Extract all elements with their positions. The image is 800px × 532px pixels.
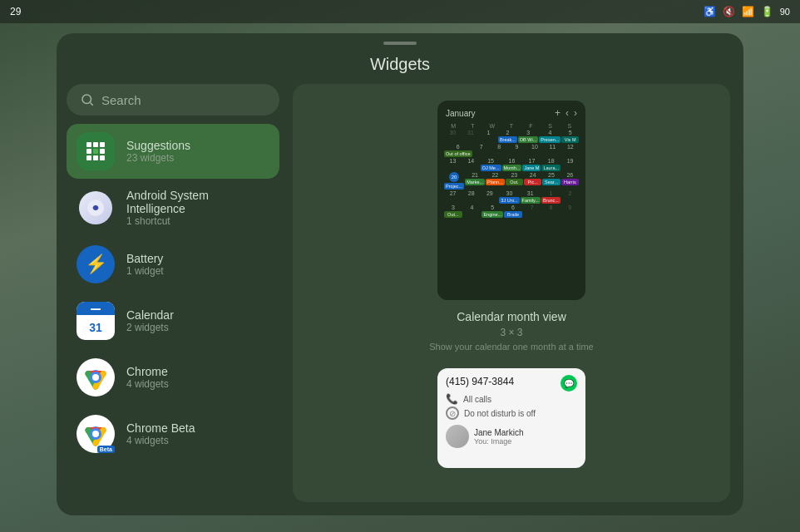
asi-name: Android System Intelligence	[126, 189, 269, 215]
suggestions-name: Suggestions	[126, 139, 190, 152]
day-6-next: 6 Braile	[504, 204, 522, 219]
day-8-next: 8	[542, 204, 560, 219]
calendar-name: Calendar	[126, 308, 174, 322]
day-4: 4 Presen...	[539, 130, 560, 144]
chrome-app-icon	[77, 358, 115, 397]
event-26: Harris	[561, 179, 579, 185]
day-1-next: 1 Brunc...	[541, 190, 560, 204]
event-22: Plann...	[486, 179, 505, 185]
dnd-label: Do not disturb is off	[464, 409, 536, 418]
sidebar-item-chrome[interactable]: Chrome 4 widgets	[67, 350, 279, 405]
search-icon	[80, 92, 95, 107]
day-23: 23 Out.	[506, 172, 523, 190]
next-month-icon[interactable]: ›	[574, 107, 577, 119]
status-bar: 29 ♿ 🔇 📶 🔋 90	[0, 0, 800, 23]
sidebar-item-calendar[interactable]: ▬▬ 31 Calendar 2 widgets	[67, 293, 279, 348]
day-header-s1: S	[541, 122, 559, 130]
asi-info: Android System Intelligence 1 shortcut	[126, 189, 269, 227]
chrome-beta-app-icon: Beta	[77, 415, 115, 453]
day-1: 1	[480, 130, 497, 144]
day-3: 3 OB Wi...	[518, 130, 538, 144]
calendar-widget-preview[interactable]: January + ‹ › M T W T F S	[437, 101, 585, 300]
event-18: Laura...	[541, 165, 560, 171]
day-12: 12	[562, 144, 579, 158]
suggestions-info: Suggestions 23 widgets	[126, 139, 190, 164]
calendar-header: January + ‹ ›	[444, 107, 579, 119]
day-26: 26 Harris	[561, 172, 579, 190]
phone-widget-container: (415) 947-3844 💬 📞 All calls ⊘ Do not di…	[437, 368, 585, 468]
day-27: 27	[444, 190, 462, 204]
day-31: 31 Family...	[521, 190, 541, 204]
day-25: 25 Sear...	[542, 172, 560, 190]
chrome-count: 4 widgets	[126, 378, 169, 390]
day-19: 19	[561, 158, 579, 172]
calendar-nav: + ‹ ›	[555, 107, 577, 119]
widgets-panel: Widgets Search	[57, 33, 743, 515]
sidebar-item-chrome-beta[interactable]: Beta Chrome Beta 4 widgets	[67, 406, 279, 461]
search-bar[interactable]: Search	[67, 84, 279, 116]
battery-bolt-icon: ⚡	[85, 254, 107, 275]
calendar-widget-size: 3 × 3	[429, 327, 594, 338]
battery-name: Battery	[126, 252, 164, 265]
day-17: 17 Jane M	[522, 158, 541, 172]
sidebar-item-battery[interactable]: ⚡ Battery 1 widget	[67, 237, 279, 292]
all-calls-label: All calls	[463, 395, 491, 404]
battery-status-icon: 🔋	[761, 6, 773, 17]
day-7-next: 7	[523, 204, 541, 219]
accessibility-icon: ♿	[704, 6, 716, 17]
calendar-icon-top: ▬▬	[77, 302, 115, 315]
day-2: 2 Break...	[498, 130, 517, 144]
event-15: OJ Me...	[481, 165, 501, 171]
calendar-widget-desc: Show your calendar one month at a time	[429, 342, 594, 352]
calendar-widget-container: January + ‹ › M T W T F S	[429, 101, 594, 355]
event-31: Family...	[521, 197, 541, 204]
calendar-info: Calendar 2 widgets	[126, 308, 174, 333]
calendar-week-4: 20 Projec... 21 Marke... 22 Plann... 2	[444, 172, 579, 190]
day-3-next: 3 Out...	[444, 204, 462, 219]
calendar-week-2: 6 Out of office 7 8 9 10	[444, 144, 579, 158]
drag-handle	[383, 42, 417, 45]
battery-percent: 90	[780, 7, 790, 17]
asi-count: 1 shortcut	[126, 215, 269, 227]
contact-info: Jane Markich You: Image	[474, 428, 523, 446]
contact-row: Jane Markich You: Image	[446, 425, 577, 448]
event-day5: Vis M	[561, 136, 579, 143]
event-3-out: Out...	[444, 211, 462, 218]
event-21: Marke...	[465, 179, 485, 185]
calendar-icon-num: 31	[89, 315, 102, 340]
prev-month-icon[interactable]: ‹	[565, 107, 569, 119]
contact-name: Jane Markich	[474, 428, 523, 437]
day-22: 22 Plann...	[486, 172, 505, 190]
day-6: 6 Out of office	[444, 144, 472, 158]
day-4-next: 4	[463, 204, 481, 219]
beta-badge: Beta	[97, 446, 115, 453]
sidebar-item-suggestions[interactable]: Suggestions 23 widgets	[67, 124, 279, 179]
battery-info: Battery 1 widget	[126, 252, 164, 277]
dnd-icon: ⊘	[446, 406, 459, 420]
calendar-day-headers: M T W T F S S	[444, 122, 579, 130]
day-21: 21 Marke...	[465, 172, 485, 190]
chrome-beta-count: 4 widgets	[126, 435, 195, 446]
sidebar: Search Suggestions 23 widgets	[57, 84, 289, 515]
chrome-beta-name: Chrome Beta	[126, 421, 195, 435]
phone-icon: 📞	[446, 393, 458, 405]
day-31-prev: 31	[462, 130, 480, 144]
day-10: 10	[526, 144, 543, 158]
add-icon[interactable]: +	[555, 107, 560, 119]
sidebar-item-asi[interactable]: Android System Intelligence 1 shortcut	[67, 180, 279, 235]
calendar-week-6: 3 Out... 4 5 Engine... 6 Braile	[444, 204, 579, 219]
contact-detail: You: Image	[474, 437, 523, 446]
panel-body: Search Suggestions 23 widgets	[57, 84, 743, 515]
day-7: 7	[473, 144, 490, 158]
day-5-next: 5 Engine...	[481, 204, 503, 219]
event-1-next: Brunc...	[541, 197, 560, 204]
phone-widget-preview[interactable]: (415) 947-3844 💬 📞 All calls ⊘ Do not di…	[437, 368, 585, 468]
calendar-widget-title: Calendar month view	[429, 310, 594, 323]
day-9-next: 9	[560, 204, 579, 219]
calendar-count: 2 widgets	[126, 322, 174, 333]
chrome-beta-info: Chrome Beta 4 widgets	[126, 421, 195, 446]
chrome-name: Chrome	[126, 365, 169, 378]
svg-point-11	[92, 431, 99, 437]
event-25: Sear...	[542, 179, 560, 185]
day-header-m: M	[444, 122, 462, 130]
